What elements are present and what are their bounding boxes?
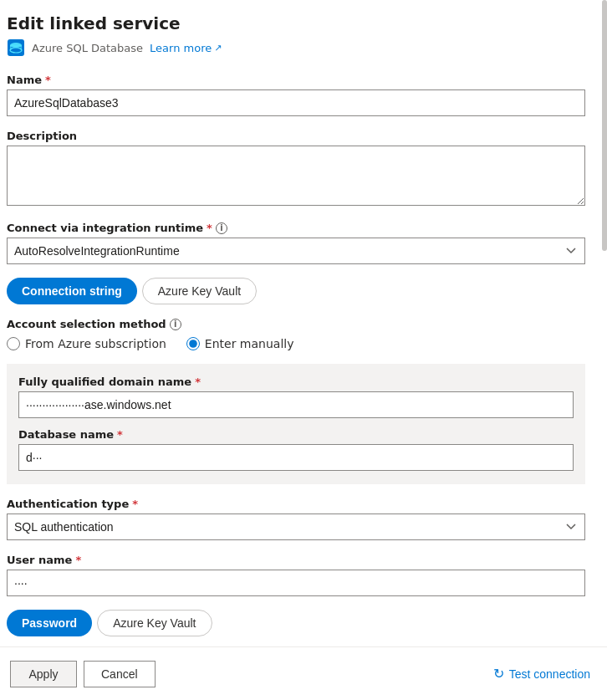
username-required: * bbox=[75, 554, 81, 566]
runtime-info-icon[interactable]: i bbox=[216, 222, 227, 234]
db-required: * bbox=[117, 428, 123, 441]
name-input[interactable] bbox=[7, 89, 585, 116]
footer-bar: Apply Cancel ↻ Test connection bbox=[0, 646, 607, 700]
auth-select[interactable]: SQL authentication bbox=[7, 514, 585, 540]
connection-tab-group: Connection string Azure Key Vault bbox=[7, 278, 585, 304]
subtitle-row: Azure SQL Database Learn more ↗ bbox=[7, 38, 585, 57]
svg-rect-2 bbox=[10, 45, 22, 47]
auth-field-group: Authentication type * SQL authentication bbox=[7, 498, 585, 540]
service-type-label: Azure SQL Database bbox=[32, 42, 143, 54]
description-input[interactable] bbox=[7, 146, 585, 206]
tab-keyvault[interactable]: Azure Key Vault bbox=[97, 610, 212, 636]
fqdn-input[interactable] bbox=[18, 391, 574, 418]
password-tab-group: Password Azure Key Vault bbox=[7, 610, 585, 636]
learn-more-link[interactable]: Learn more ↗ bbox=[150, 42, 222, 54]
db-label: Database name * bbox=[18, 428, 574, 441]
fqdn-required: * bbox=[195, 376, 201, 388]
account-method-radio-group: From Azure subscription Enter manually bbox=[7, 337, 585, 350]
runtime-label: Connect via integration runtime * i bbox=[7, 222, 585, 234]
radio-azure-input[interactable] bbox=[7, 337, 20, 350]
azure-sql-icon bbox=[7, 38, 25, 57]
db-input[interactable] bbox=[18, 444, 574, 471]
account-method-label: Account selection method i bbox=[7, 318, 585, 330]
svg-rect-5 bbox=[21, 45, 23, 50]
username-label: User name * bbox=[7, 554, 585, 566]
external-link-icon: ↗ bbox=[214, 43, 222, 54]
page-title: Edit linked service bbox=[7, 13, 585, 33]
tab-connection-string[interactable]: Connection string bbox=[7, 278, 137, 304]
runtime-required: * bbox=[207, 222, 212, 234]
apply-button[interactable]: Apply bbox=[10, 661, 77, 687]
name-field-group: Name * bbox=[7, 74, 585, 116]
radio-manual-input[interactable] bbox=[186, 337, 200, 350]
test-connection-button[interactable]: ↻ Test connection bbox=[487, 666, 597, 682]
description-label: Description bbox=[7, 130, 585, 142]
name-label: Name * bbox=[7, 74, 585, 86]
fqdn-field-group: Fully qualified domain name * bbox=[18, 376, 574, 418]
runtime-field-group: Connect via integration runtime * i Auto… bbox=[7, 222, 585, 264]
cancel-button[interactable]: Cancel bbox=[84, 661, 156, 687]
tab-password[interactable]: Password bbox=[7, 610, 92, 636]
auth-required: * bbox=[132, 498, 138, 510]
manual-fields-section: Fully qualified domain name * Database n… bbox=[7, 364, 585, 484]
description-field-group: Description bbox=[7, 130, 585, 208]
scrollbar[interactable] bbox=[602, 0, 607, 251]
account-method-info-icon[interactable]: i bbox=[170, 319, 181, 330]
account-method-group: Account selection method i From Azure su… bbox=[7, 318, 585, 350]
tab-azure-key-vault[interactable]: Azure Key Vault bbox=[142, 278, 257, 304]
db-field-group: Database name * bbox=[18, 428, 574, 471]
username-field-group: User name * bbox=[7, 554, 585, 596]
username-input[interactable] bbox=[7, 570, 585, 596]
auth-label: Authentication type * bbox=[7, 498, 585, 510]
radio-enter-manually[interactable]: Enter manually bbox=[186, 337, 294, 350]
test-connection-icon: ↻ bbox=[493, 666, 504, 682]
radio-azure-subscription[interactable]: From Azure subscription bbox=[7, 337, 166, 350]
name-required: * bbox=[45, 74, 51, 86]
runtime-select[interactable]: AutoResolveIntegrationRuntime bbox=[7, 238, 585, 264]
svg-rect-4 bbox=[10, 45, 12, 50]
fqdn-label: Fully qualified domain name * bbox=[18, 376, 574, 388]
